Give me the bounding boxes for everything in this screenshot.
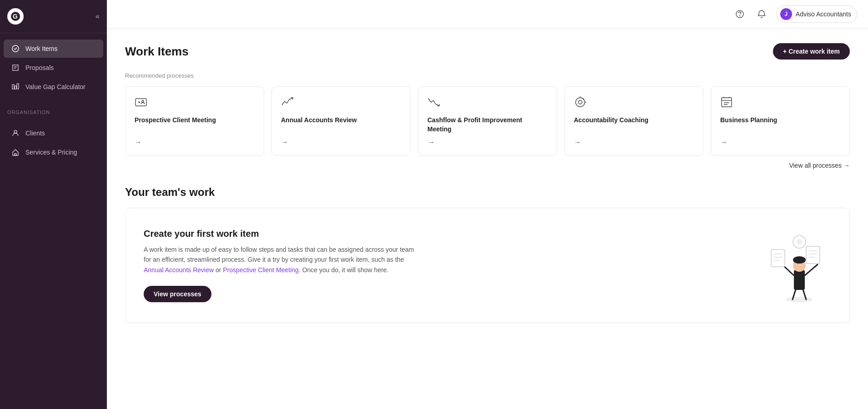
svg-point-6 xyxy=(14,130,17,133)
process-cards-list: Prospective Client Meeting → Annual Acco… xyxy=(125,86,850,156)
process-card-name: Cashflow & Profit Improvement Meeting xyxy=(427,116,547,134)
topbar: J Adviso Accountants xyxy=(107,0,868,29)
value-gap-icon xyxy=(11,82,20,91)
process-card-name: Accountability Coaching xyxy=(574,116,694,125)
sidebar-item-label: Proposals xyxy=(25,64,54,71)
user-menu[interactable]: J Adviso Accountants xyxy=(776,5,857,23)
svg-line-24 xyxy=(805,264,818,275)
create-work-item-button[interactable]: + Create work item xyxy=(773,43,850,60)
page-content: Work Items + Create work item Recommende… xyxy=(107,29,868,409)
svg-point-12 xyxy=(578,100,582,104)
recommended-processes-label: Recommended processes xyxy=(125,72,850,79)
svg-rect-3 xyxy=(12,85,14,89)
svg-rect-31 xyxy=(806,246,820,264)
org-section-label: Organisation xyxy=(0,102,107,118)
org-nav: Clients Services & Pricing xyxy=(0,118,107,168)
sidebar-item-value-gap-calculator[interactable]: Value Gap Calculator xyxy=(4,78,103,96)
process-card-icon xyxy=(720,96,840,111)
svg-point-10 xyxy=(142,100,144,102)
collapse-button[interactable]: « xyxy=(95,12,100,20)
sidebar-logo: G « xyxy=(0,0,107,33)
user-avatar: J xyxy=(780,8,792,20)
process-card-icon xyxy=(427,96,547,111)
process-card-arrow[interactable]: → xyxy=(281,138,401,146)
svg-rect-5 xyxy=(17,84,19,89)
process-card-name: Annual Accounts Review xyxy=(281,116,401,125)
sidebar-item-label: Clients xyxy=(25,130,45,137)
sidebar-item-label: Services & Pricing xyxy=(25,149,77,156)
sidebar-item-label: Value Gap Calculator xyxy=(25,83,85,90)
main-content: J Adviso Accountants Work Items + Create… xyxy=(107,0,868,409)
process-card-arrow[interactable]: → xyxy=(720,138,840,146)
svg-text:G: G xyxy=(13,13,18,20)
svg-rect-20 xyxy=(794,270,805,290)
empty-state-description: A work item is made up of easy to follow… xyxy=(144,244,416,275)
process-card-icon xyxy=(574,96,694,111)
svg-rect-9 xyxy=(135,99,146,106)
process-card-annual-accounts-review[interactable]: Annual Accounts Review → xyxy=(271,86,411,156)
logo-icon: G xyxy=(7,8,24,25)
process-card-business-planning[interactable]: Business Planning → xyxy=(711,86,850,156)
process-card-icon xyxy=(281,96,401,111)
help-icon[interactable] xyxy=(733,7,747,21)
sidebar: G « Work Items Proposals xyxy=(0,0,107,409)
process-card-arrow[interactable]: → xyxy=(427,138,547,146)
proposals-icon xyxy=(11,63,20,72)
process-card-arrow[interactable]: → xyxy=(135,138,255,146)
empty-state-content: Create your first work item A work item … xyxy=(144,229,416,302)
main-nav: Work Items Proposals Value Gap Calculato… xyxy=(0,33,107,102)
sidebar-item-work-items[interactable]: Work Items xyxy=(4,40,103,58)
empty-state-card: Create your first work item A work item … xyxy=(125,208,850,323)
svg-rect-15 xyxy=(722,98,732,107)
view-all-processes-link[interactable]: View all processes → xyxy=(789,162,850,169)
empty-state-illustration xyxy=(758,224,831,306)
svg-rect-25 xyxy=(771,249,785,267)
empty-state-title: Create your first work item xyxy=(144,229,416,239)
process-card-name: Business Planning xyxy=(720,116,840,125)
svg-rect-4 xyxy=(15,86,16,89)
process-card-name: Prospective Client Meeting xyxy=(135,116,255,125)
team-work-section: Your team's work Create your first work … xyxy=(125,186,850,323)
user-name: Adviso Accountants xyxy=(796,10,851,18)
svg-point-17 xyxy=(786,297,813,302)
process-card-icon xyxy=(135,96,255,111)
sidebar-item-proposals[interactable]: Proposals xyxy=(4,59,103,77)
page-header: Work Items + Create work item xyxy=(125,43,850,60)
process-card-arrow[interactable]: → xyxy=(574,138,694,146)
sidebar-item-label: Work Items xyxy=(25,45,58,52)
annual-accounts-link[interactable]: Annual Accounts Review xyxy=(144,266,214,274)
svg-point-30 xyxy=(797,239,802,244)
view-processes-button[interactable]: View processes xyxy=(144,286,211,302)
process-card-accountability-coaching[interactable]: Accountability Coaching → xyxy=(564,86,703,156)
svg-point-8 xyxy=(739,16,740,16)
process-card-prospective-client-meeting[interactable]: Prospective Client Meeting → xyxy=(125,86,264,156)
team-work-title: Your team's work xyxy=(125,186,850,199)
process-card-cashflow-profit[interactable]: Cashflow & Profit Improvement Meeting → xyxy=(418,86,557,156)
page-title: Work Items xyxy=(125,45,189,59)
recommended-processes-section: Recommended processes Prospective Client… xyxy=(125,72,850,170)
services-icon xyxy=(11,148,20,157)
notification-icon[interactable] xyxy=(754,7,769,21)
prospective-client-link[interactable]: Prospective Client Meeting xyxy=(223,266,299,274)
clients-icon xyxy=(11,129,20,138)
svg-point-22 xyxy=(793,256,806,264)
work-items-icon xyxy=(11,44,20,53)
sidebar-item-clients[interactable]: Clients xyxy=(4,124,103,142)
sidebar-item-services-pricing[interactable]: Services & Pricing xyxy=(4,143,103,161)
view-all-processes: View all processes → xyxy=(125,161,850,170)
